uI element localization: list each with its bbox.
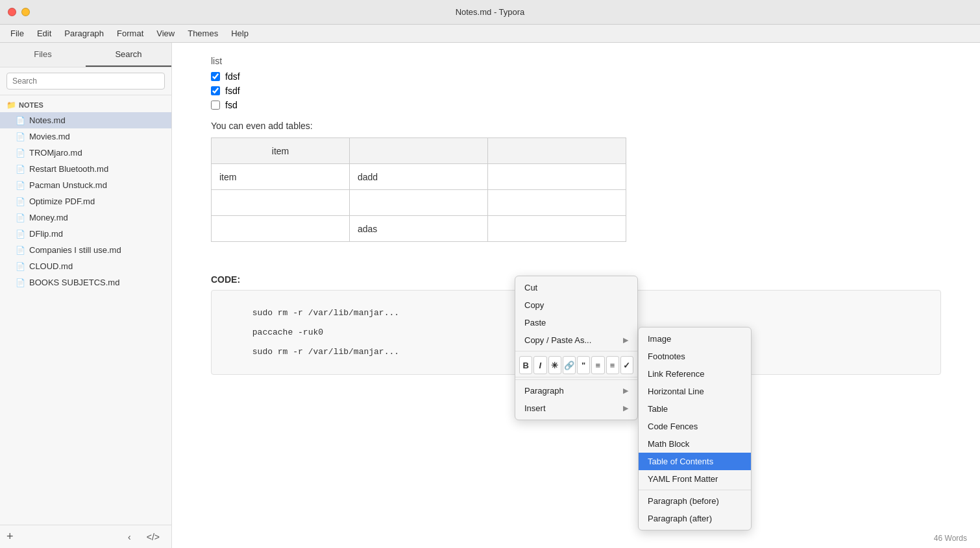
tab-files[interactable]: Files: [0, 43, 86, 67]
table-cell-0-2: [488, 164, 626, 190]
submenu-code-fences[interactable]: Code Fences: [639, 418, 751, 435]
file-name: Pacman Unstuck.md: [29, 180, 107, 190]
ctx-cut-label: Cut: [524, 283, 537, 292]
fmt-quote[interactable]: ": [577, 356, 590, 374]
ctx-insert[interactable]: Insert ▶: [515, 399, 637, 417]
ctx-copy-paste-as[interactable]: Copy / Paste As... ▶: [515, 331, 637, 349]
submenu-table[interactable]: Table: [639, 400, 751, 418]
table-row: [212, 190, 626, 216]
file-item-0[interactable]: 📄Notes.md: [0, 112, 171, 128]
file-item-8[interactable]: 📄Companies I still use.md: [0, 242, 171, 258]
tab-search[interactable]: Search: [86, 43, 171, 67]
fmt-link[interactable]: 🔗: [563, 356, 576, 374]
close-button[interactable]: [8, 8, 16, 16]
file-item-9[interactable]: 📄CLOUD.md: [0, 258, 171, 274]
submenu-link-reference[interactable]: Link Reference: [639, 365, 751, 383]
file-icon: 📄: [16, 149, 25, 158]
search-box-wrap: [0, 67, 171, 95]
table-header-2: [488, 138, 626, 164]
file-item-1[interactable]: 📄Movies.md: [0, 128, 171, 145]
fmt-check[interactable]: ✓: [620, 356, 633, 374]
menu-bar: File Edit Paragraph Format View Themes H…: [0, 25, 980, 43]
fmt-list-ordered[interactable]: ≡: [591, 356, 604, 374]
submenu-table-of-contents[interactable]: Table of Contents: [639, 453, 751, 470]
nav-back-button[interactable]: ‹: [123, 529, 136, 545]
checklist-label-2: fsd: [225, 100, 238, 110]
ctx-cut[interactable]: Cut: [515, 279, 637, 296]
ctx-divider-1: [515, 351, 637, 351]
ctx-paragraph[interactable]: Paragraph ▶: [515, 382, 637, 399]
sidebar-section-label: NOTES: [19, 101, 43, 109]
checkbox-fsdf[interactable]: [211, 86, 220, 95]
ctx-copy-paste-as-label: Copy / Paste As...: [524, 335, 591, 345]
table-cell-2-0: [212, 216, 350, 242]
submenu-yaml-front-matter[interactable]: YAML Front Matter: [639, 470, 751, 488]
file-name: Companies I still use.md: [29, 245, 121, 255]
sidebar-bottom: + ‹ </>: [0, 525, 171, 548]
file-item-6[interactable]: 📄Money.md: [0, 209, 171, 226]
file-item-10[interactable]: 📄BOOKS SUBJETCS.md: [0, 274, 171, 291]
fmt-star[interactable]: ✳: [548, 356, 561, 374]
file-icon: 📄: [16, 230, 25, 239]
sidebar-tabs: Files Search: [0, 43, 171, 67]
file-icon: 📄: [16, 165, 25, 174]
file-item-7[interactable]: 📄DFlip.md: [0, 226, 171, 242]
file-name: DFlip.md: [29, 229, 63, 239]
table-cell-2-2: [488, 216, 626, 242]
fmt-list-unordered[interactable]: ≡: [606, 356, 619, 374]
file-icon: 📄: [16, 132, 25, 141]
table-cell-2-1: adas: [350, 216, 488, 242]
menu-themes[interactable]: Themes: [182, 27, 223, 40]
checkbox-fsd[interactable]: [211, 101, 220, 110]
submenu-math-block[interactable]: Math Block: [639, 435, 751, 453]
table-header-0: item: [212, 138, 350, 164]
ctx-insert-arrow: ▶: [623, 404, 628, 412]
ctx-copy-label: Copy: [524, 300, 544, 310]
sidebar-section: 📁 NOTES: [0, 95, 171, 112]
fmt-italic[interactable]: I: [533, 356, 546, 374]
file-name: Restart Bluetooth.md: [29, 164, 108, 174]
file-icon: 📄: [16, 278, 25, 287]
code-line-0: sudo rm -r /var/lib/manjar...: [252, 308, 399, 318]
submenu-paragraph-before[interactable]: Paragraph (before): [639, 492, 751, 510]
ctx-paste-label: Paste: [524, 318, 546, 328]
checklist-item-2: fsd: [211, 100, 941, 110]
window-controls: [8, 8, 30, 16]
file-name: Movies.md: [29, 132, 70, 141]
file-icon: 📄: [16, 213, 25, 222]
file-name: Optimize PDF.md: [29, 197, 95, 206]
submenu-paragraph-after[interactable]: Paragraph (after): [639, 510, 751, 527]
sidebar: Files Search 📁 NOTES 📄Notes.md📄Movies.md…: [0, 43, 172, 548]
submenu-footnotes[interactable]: Footnotes: [639, 348, 751, 365]
ctx-arrow-icon: ▶: [623, 336, 628, 344]
fmt-bold[interactable]: B: [519, 356, 532, 374]
context-menu: Cut Copy Paste Copy / Paste As... ▶ B I …: [515, 276, 638, 420]
checkbox-fdsf[interactable]: [211, 72, 220, 81]
menu-help[interactable]: Help: [226, 27, 254, 40]
main-layout: Files Search 📁 NOTES 📄Notes.md📄Movies.md…: [0, 43, 980, 548]
nav-code-button[interactable]: </>: [141, 529, 165, 545]
menu-format[interactable]: Format: [112, 27, 149, 40]
ctx-paste[interactable]: Paste: [515, 314, 637, 331]
list-label: list: [211, 56, 941, 66]
submenu-horizontal-line[interactable]: Horizontal Line: [639, 383, 751, 400]
table-row: item dadd: [212, 164, 626, 190]
file-item-2[interactable]: 📄TROMjaro.md: [0, 145, 171, 161]
search-input[interactable]: [6, 73, 165, 89]
submenu-image[interactable]: Image: [639, 330, 751, 348]
file-name: Money.md: [29, 213, 68, 222]
add-file-button[interactable]: +: [6, 530, 14, 543]
file-item-4[interactable]: 📄Pacman Unstuck.md: [0, 177, 171, 193]
ctx-copy[interactable]: Copy: [515, 296, 637, 314]
table-cell-1-0: [212, 190, 350, 216]
table-cell-0-1: dadd: [350, 164, 488, 190]
menu-paragraph[interactable]: Paragraph: [59, 27, 109, 40]
ctx-divider-2: [515, 379, 637, 380]
minimize-button[interactable]: [21, 8, 30, 16]
menu-view[interactable]: View: [151, 27, 180, 40]
file-item-3[interactable]: 📄Restart Bluetooth.md: [0, 161, 171, 177]
file-item-5[interactable]: 📄Optimize PDF.md: [0, 193, 171, 209]
menu-file[interactable]: File: [5, 27, 29, 40]
menu-edit[interactable]: Edit: [32, 27, 56, 40]
file-icon: 📄: [16, 197, 25, 206]
